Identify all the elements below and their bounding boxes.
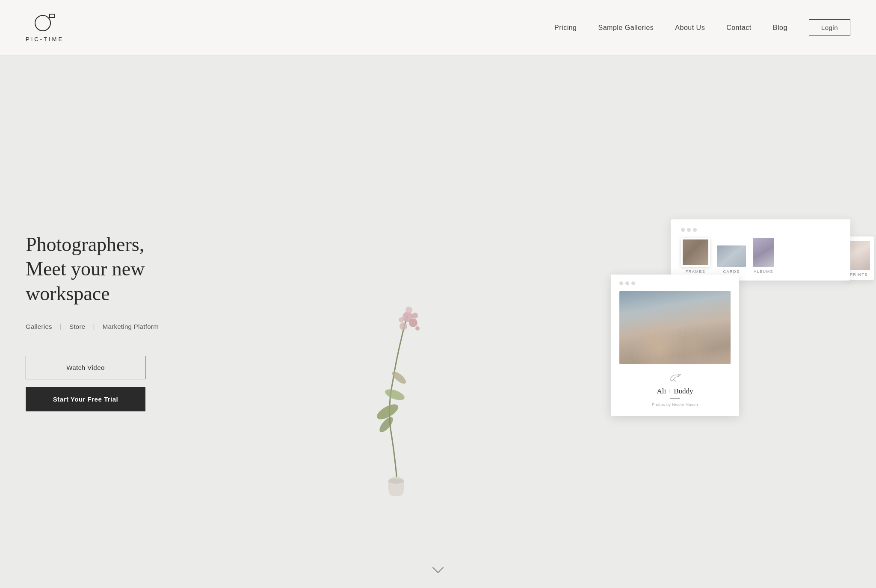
svg-point-13 <box>678 374 680 375</box>
scroll-indicator[interactable] <box>431 566 445 574</box>
logo-square <box>49 14 55 18</box>
logo[interactable]: PIC-TIME <box>26 13 64 42</box>
svg-point-1 <box>384 387 406 402</box>
svg-point-10 <box>399 317 404 322</box>
logo-icon <box>35 13 55 33</box>
svg-point-12 <box>388 479 404 484</box>
mockup-bottom-dots <box>619 281 731 285</box>
mockup-top-panel: FRAMES CARDS ALBUMS <box>671 219 850 281</box>
dot-1 <box>681 228 685 232</box>
gallery-image <box>619 291 731 364</box>
mockup-item-cards: CARDS <box>717 245 746 274</box>
gallery-divider <box>670 398 680 399</box>
nav-about-us[interactable]: About Us <box>675 24 705 32</box>
hero-left: Photographers, Meet your new workspace G… <box>26 224 205 412</box>
dot-5 <box>625 281 629 285</box>
logo-circle <box>35 15 51 31</box>
svg-point-7 <box>412 313 418 319</box>
svg-point-9 <box>415 326 420 331</box>
dot-6 <box>631 281 635 285</box>
frames-image <box>681 238 710 267</box>
gallery-subtitle: Photos by Nicole Mason <box>619 402 731 407</box>
cards-label: CARDS <box>723 269 740 274</box>
svg-point-6 <box>400 322 407 330</box>
albums-image <box>753 238 774 267</box>
free-trial-button[interactable]: Start Your Free Trial <box>26 387 145 411</box>
watch-video-button[interactable]: Watch Video <box>26 356 145 379</box>
feature-marketing: Marketing Platform <box>103 323 159 330</box>
dot-3 <box>693 228 697 232</box>
headline-line2: Meet your new workspace <box>26 258 145 304</box>
main-nav: Pricing Sample Galleries About Us Contac… <box>554 19 850 36</box>
nav-sample-galleries[interactable]: Sample Galleries <box>598 24 654 32</box>
hero-features: Galleries | Store | Marketing Platform <box>26 323 205 330</box>
feature-sep-1: | <box>60 323 62 330</box>
dot-2 <box>687 228 691 232</box>
cards-image <box>717 245 746 267</box>
nav-blog[interactable]: Blog <box>773 24 787 32</box>
prints-image <box>848 241 870 270</box>
site-header: PIC-TIME Pricing Sample Galleries About … <box>0 0 876 56</box>
gallery-icon <box>669 371 681 384</box>
albums-label: ALBUMS <box>754 269 773 274</box>
feature-store: Store <box>69 323 85 330</box>
svg-point-5 <box>409 319 417 327</box>
nav-pricing[interactable]: Pricing <box>554 24 577 32</box>
login-button[interactable]: Login <box>809 19 850 36</box>
mockup-top-items: FRAMES CARDS ALBUMS <box>681 238 840 274</box>
mockup-item-albums: ALBUMS <box>753 238 774 274</box>
frames-label: FRAMES <box>686 269 706 274</box>
headline-line1: Photographers, <box>26 233 144 255</box>
nav-contact[interactable]: Contact <box>726 24 752 32</box>
dot-4 <box>619 281 623 285</box>
svg-point-8 <box>405 307 412 313</box>
chevron-down-icon <box>431 566 445 574</box>
flower-illustration <box>341 292 453 497</box>
mockup-gallery-panel: Ali + Buddy Photos by Nicole Mason <box>611 275 739 416</box>
gallery-overlay <box>619 320 731 364</box>
mockup-dots <box>681 228 840 232</box>
hero-right-mockups: FRAMES CARDS ALBUMS <box>611 219 850 416</box>
mockup-item-frames: FRAMES <box>681 238 710 274</box>
feature-sep-2: | <box>93 323 95 330</box>
hero-headline: Photographers, Meet your new workspace <box>26 232 205 306</box>
gallery-title: Ali + Buddy <box>619 387 731 396</box>
prints-label: PRINTS <box>850 272 868 277</box>
feature-galleries: Galleries <box>26 323 52 330</box>
logo-text: PIC-TIME <box>26 36 64 42</box>
hero-section: Photographers, Meet your new workspace G… <box>0 56 876 588</box>
